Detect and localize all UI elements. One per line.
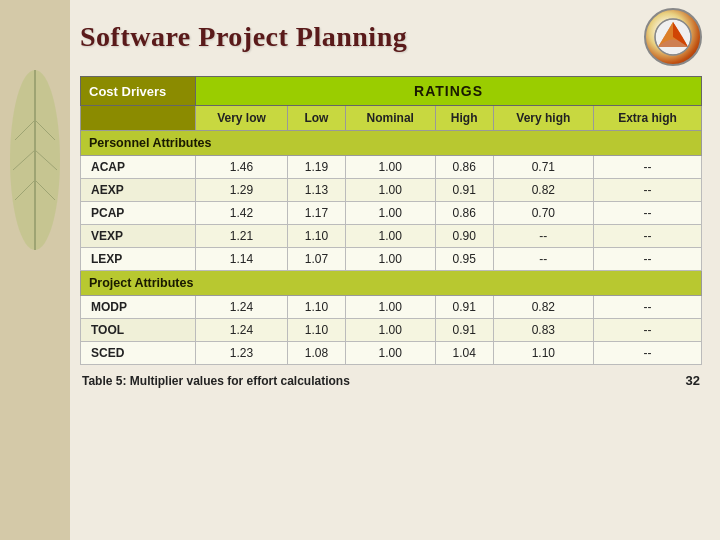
col-header-label bbox=[81, 106, 196, 131]
table-row: TOOL1.241.101.000.910.83-- bbox=[81, 319, 702, 342]
cell-low: 1.10 bbox=[287, 225, 345, 248]
cell-nominal: 1.00 bbox=[345, 202, 435, 225]
table-row: AEXP1.291.131.000.910.82-- bbox=[81, 179, 702, 202]
cell-name: MODP bbox=[81, 296, 196, 319]
table-caption: Table 5: Multiplier values for effort ca… bbox=[82, 374, 350, 388]
cell-high: 1.04 bbox=[435, 342, 493, 365]
footer-area: Table 5: Multiplier values for effort ca… bbox=[80, 373, 702, 388]
table-row: ACAP1.461.191.000.860.71-- bbox=[81, 156, 702, 179]
cell-low: 1.07 bbox=[287, 248, 345, 271]
cell-nominal: 1.00 bbox=[345, 225, 435, 248]
cell-low: 1.10 bbox=[287, 319, 345, 342]
table-row: VEXP1.211.101.000.90---- bbox=[81, 225, 702, 248]
cell-very_high: 0.70 bbox=[493, 202, 593, 225]
col-header-high: High bbox=[435, 106, 493, 131]
cell-nominal: 1.00 bbox=[345, 319, 435, 342]
main-content: Software Project Planning Cost Drivers R… bbox=[0, 0, 720, 396]
cell-high: 0.91 bbox=[435, 296, 493, 319]
cell-low: 1.19 bbox=[287, 156, 345, 179]
cell-name: PCAP bbox=[81, 202, 196, 225]
cost-drivers-header: Cost Drivers bbox=[81, 77, 196, 106]
cell-name: SCED bbox=[81, 342, 196, 365]
cell-very_low: 1.29 bbox=[196, 179, 288, 202]
page-number: 32 bbox=[686, 373, 700, 388]
cell-very_high: 0.82 bbox=[493, 296, 593, 319]
cell-nominal: 1.00 bbox=[345, 248, 435, 271]
cell-very_low: 1.46 bbox=[196, 156, 288, 179]
col-header-nominal: Nominal bbox=[345, 106, 435, 131]
page-title: Software Project Planning bbox=[80, 21, 407, 53]
cell-very_low: 1.24 bbox=[196, 319, 288, 342]
cell-extra_high: -- bbox=[594, 179, 702, 202]
cell-very_low: 1.14 bbox=[196, 248, 288, 271]
table-row: PCAP1.421.171.000.860.70-- bbox=[81, 202, 702, 225]
section-label-0: Personnel Attributes bbox=[81, 131, 702, 156]
cell-very_high: -- bbox=[493, 248, 593, 271]
cell-low: 1.17 bbox=[287, 202, 345, 225]
cell-name: TOOL bbox=[81, 319, 196, 342]
cell-name: AEXP bbox=[81, 179, 196, 202]
col-header-very-high: Very high bbox=[493, 106, 593, 131]
cell-very_low: 1.42 bbox=[196, 202, 288, 225]
cell-nominal: 1.00 bbox=[345, 156, 435, 179]
cell-extra_high: -- bbox=[594, 248, 702, 271]
table-row: LEXP1.141.071.000.95---- bbox=[81, 248, 702, 271]
cell-very_high: 0.71 bbox=[493, 156, 593, 179]
cell-extra_high: -- bbox=[594, 156, 702, 179]
section-row-1: Project Attributes bbox=[81, 271, 702, 296]
table-body: Personnel AttributesACAP1.461.191.000.86… bbox=[81, 131, 702, 365]
table-header-row2: Very low Low Nominal High Very high Extr… bbox=[81, 106, 702, 131]
cell-extra_high: -- bbox=[594, 202, 702, 225]
cell-low: 1.10 bbox=[287, 296, 345, 319]
table-row: MODP1.241.101.000.910.82-- bbox=[81, 296, 702, 319]
cell-extra_high: -- bbox=[594, 319, 702, 342]
cell-extra_high: -- bbox=[594, 342, 702, 365]
cell-high: 0.91 bbox=[435, 319, 493, 342]
cell-very_low: 1.24 bbox=[196, 296, 288, 319]
cell-low: 1.08 bbox=[287, 342, 345, 365]
col-header-very-low: Very low bbox=[196, 106, 288, 131]
cell-very_low: 1.23 bbox=[196, 342, 288, 365]
title-area: Software Project Planning bbox=[80, 8, 702, 66]
cell-low: 1.13 bbox=[287, 179, 345, 202]
cell-extra_high: -- bbox=[594, 225, 702, 248]
cell-name: ACAP bbox=[81, 156, 196, 179]
cell-nominal: 1.00 bbox=[345, 342, 435, 365]
section-label-1: Project Attributes bbox=[81, 271, 702, 296]
main-table: Cost Drivers RATINGS Very low Low Nomina… bbox=[80, 76, 702, 365]
col-header-low: Low bbox=[287, 106, 345, 131]
logo bbox=[644, 8, 702, 66]
section-row-0: Personnel Attributes bbox=[81, 131, 702, 156]
caption-text: Multiplier values for effort calculation… bbox=[126, 374, 349, 388]
col-header-extra-high: Extra high bbox=[594, 106, 702, 131]
caption-bold: Table 5: bbox=[82, 374, 126, 388]
ratings-header: RATINGS bbox=[196, 77, 702, 106]
cell-very_high: 0.83 bbox=[493, 319, 593, 342]
cell-very_high: 0.82 bbox=[493, 179, 593, 202]
cell-high: 0.86 bbox=[435, 202, 493, 225]
cell-very_high: 1.10 bbox=[493, 342, 593, 365]
cell-high: 0.90 bbox=[435, 225, 493, 248]
cell-high: 0.91 bbox=[435, 179, 493, 202]
cell-very_low: 1.21 bbox=[196, 225, 288, 248]
cell-nominal: 1.00 bbox=[345, 296, 435, 319]
cell-name: LEXP bbox=[81, 248, 196, 271]
cell-very_high: -- bbox=[493, 225, 593, 248]
table-header-row1: Cost Drivers RATINGS bbox=[81, 77, 702, 106]
cell-extra_high: -- bbox=[594, 296, 702, 319]
cell-high: 0.95 bbox=[435, 248, 493, 271]
cell-high: 0.86 bbox=[435, 156, 493, 179]
table-row: SCED1.231.081.001.041.10-- bbox=[81, 342, 702, 365]
cell-nominal: 1.00 bbox=[345, 179, 435, 202]
cell-name: VEXP bbox=[81, 225, 196, 248]
